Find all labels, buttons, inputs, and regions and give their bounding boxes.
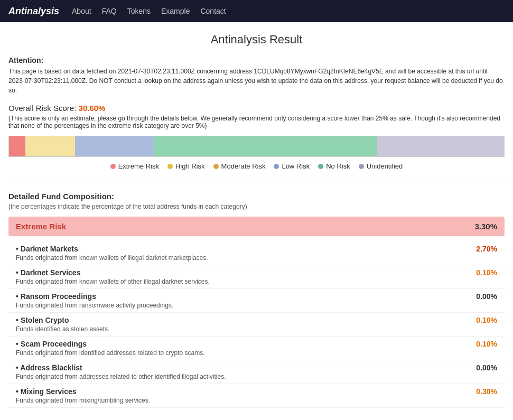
fund-item-header: • Address Blacklist0.00% [16,363,497,372]
nav-faq[interactable]: FAQ [102,7,117,15]
legend-item: Low Risk [274,162,310,170]
bar-segment-low [75,136,154,156]
brand-logo: Antinalysis [8,6,59,17]
nav-example[interactable]: Example [161,7,190,15]
risk-score-label: Overall Risk Score: [8,104,76,113]
fund-item-name: • Ransom Proceedings [16,292,96,301]
fund-item-header: • Ransom Proceedings0.00% [16,292,497,301]
legend-item: High Risk [167,162,205,170]
attention-text: This page is based on data fetched on 20… [8,67,505,95]
risk-note: (This score is only an estimate, please … [8,115,505,129]
fund-item-header: • Stolen Crypto0.10% [16,316,497,324]
legend-label: Moderate Risk [221,162,266,170]
bar-segment-unidentified [377,136,504,156]
page-title: Antinalysis Result [8,33,505,46]
category-header: Extreme Risk3.30% [8,217,505,236]
bar-segment-high [25,136,75,156]
section-subtitle: (the percentages indicate the percentage… [8,203,505,210]
nav-about[interactable]: About [72,7,91,15]
legend-dot [318,164,323,169]
fund-item-value: 0.10% [476,316,497,324]
legend-dot [359,164,364,169]
fund-item-header: • Darknet Services0.10% [16,268,497,277]
legend-label: Low Risk [282,162,310,170]
fund-item-desc: Funds originated from identified address… [16,349,497,357]
attention-label: Attention: [8,56,505,64]
fund-item: • Ransom Proceedings0.00%Funds originate… [8,289,505,313]
risk-bar [8,136,505,157]
fund-item-name: • Stolen Crypto [16,316,69,324]
fund-item: • Darknet Markets2.70%Funds originated f… [8,241,505,265]
fund-item: • Darknet Services0.10%Funds originated … [8,265,505,289]
fund-item-desc: Funds identified as stolen assets. [16,325,497,333]
category-name: Extreme Risk [16,222,66,231]
fund-item-value: 0.00% [476,292,497,301]
fund-item-name: • Mixing Services [16,387,77,396]
fund-item: • Scam Proceedings0.10%Funds originated … [8,337,505,360]
fund-item: • Address Blacklist0.00%Funds originated… [8,360,505,384]
legend-label: High Risk [175,162,205,170]
fund-item-value: 0.10% [476,340,497,348]
fund-item-header: • Mixing Services0.30% [16,387,497,396]
fund-item-header: • Scam Proceedings0.10% [16,340,497,348]
legend-label: Extreme Risk [118,162,159,170]
fund-item: • Stolen Crypto0.10%Funds identified as … [8,313,505,337]
legend-item: Extreme Risk [110,162,159,170]
fund-item-value: 0.10% [476,268,497,277]
risk-legend: Extreme RiskHigh RiskModerate RiskLow Ri… [8,162,505,170]
section-divider [8,183,505,183]
risk-score-value: 30.60% [79,104,106,113]
legend-item: Moderate Risk [213,162,266,170]
categories-container: Extreme Risk3.30%• Darknet Markets2.70%F… [8,217,505,408]
legend-item: Unidentified [359,162,403,170]
fund-item-desc: Funds originated from known wallets of o… [16,278,497,285]
legend-dot [213,164,219,169]
legend-label: No Risk [326,162,350,170]
legend-dot [274,164,279,169]
bar-segment-extreme [9,136,25,156]
fund-item-desc: Funds originated from mixing/tumbling se… [16,397,497,404]
fund-item-desc: Funds originated from known wallets of i… [16,254,497,262]
fund-item-value: 0.00% [476,363,497,372]
fund-item-name: • Scam Proceedings [16,340,87,348]
risk-score-line: Overall Risk Score: 30.60% [8,104,505,113]
legend-dot [110,164,116,169]
fund-item-header: • Darknet Markets2.70% [16,245,497,253]
bar-segment-no_risk [154,136,377,156]
legend-item: No Risk [318,162,350,170]
fund-item-name: • Address Blacklist [16,363,82,372]
nav-tokens[interactable]: Tokens [127,7,151,15]
fund-item-desc: Funds originated from addresses related … [16,373,497,380]
fund-item-value: 0.30% [476,387,497,396]
fund-item-desc: Funds originated from ransomware activit… [16,302,497,309]
fund-item-name: • Darknet Markets [16,245,78,253]
fund-item-name: • Darknet Services [16,268,80,277]
legend-label: Unidentified [367,162,403,170]
fund-item: • Mixing Services0.30%Funds originated f… [8,384,505,408]
category-value: 3.30% [474,222,497,231]
nav-contact[interactable]: Contact [200,7,226,15]
legend-dot [167,164,173,169]
section-title: Detailed Fund Composition: [8,192,505,201]
fund-item-value: 2.70% [476,245,497,253]
